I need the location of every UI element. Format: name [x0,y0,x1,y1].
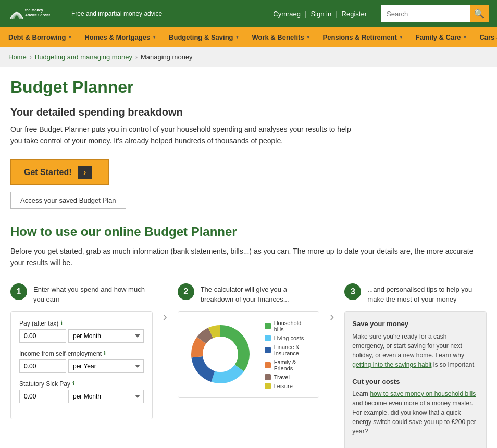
main-content: Budget Planner Your detailed spending br… [0,67,497,448]
form-label-self-employment: Income from self-employment ℹ [19,350,144,357]
nav-cars-travel[interactable]: Cars & Travel ▼ [473,27,497,47]
logo-icon: the Money Advice Service [8,4,50,23]
step-1-header: 1 Enter what you spend and how much you … [10,283,153,305]
step-1-mockup: Pay (after tax) ℹ per Month Income fr [10,311,153,419]
chevron-right-icon: › [78,166,92,179]
get-started-button[interactable]: Get Started! › [10,159,109,185]
tip-1-heading: Save your money [352,319,479,329]
nav-budgeting-saving[interactable]: Budgeting & Saving ▼ [163,27,245,47]
step-3-mockup: Save your money Make sure you're ready f… [344,311,487,448]
step-2-col: 2 The calculator will give you a breakdo… [178,283,320,398]
sign-in-link[interactable]: Sign in [310,10,331,18]
pay-input[interactable] [19,329,66,343]
header-tagline: Free and impartial money advice [63,10,162,17]
cta-buttons: Get Started! › Access your saved Budget … [10,159,487,225]
chevron-down-icon: ▼ [152,35,156,40]
chart-legend: Household bills Living costs Finance & I… [265,320,311,389]
tip-1-text: Make sure you're ready for a cash emerge… [352,332,479,369]
step-1-form: Pay (after tax) ℹ per Month Income fr [11,312,152,419]
step-1-number: 1 [10,283,27,300]
household-bills-link[interactable]: how to save money on household bills [370,390,476,397]
step-3-number: 3 [344,283,361,300]
step-3-description: ...and personalised tips to help you mak… [367,283,487,305]
nav-family-care[interactable]: Family & Care ▼ [409,27,474,47]
nav-homes-mortgages[interactable]: Homes & Mortgages ▼ [78,27,163,47]
breadcrumb-home[interactable]: Home [8,53,27,61]
step-1-description: Enter what you spend and how much you ea… [33,283,153,305]
form-row-self-employment: Income from self-employment ℹ per Year [19,350,144,373]
form-label-pay: Pay (after tax) ℹ [19,320,144,327]
breadcrumb-chevron-1: › [30,54,32,61]
step-2-number: 2 [178,283,194,300]
search-input[interactable] [381,5,470,22]
nav-debt-borrowing[interactable]: Debt & Borrowing ▼ [2,27,78,47]
legend-item-living: Living costs [265,335,311,341]
sep2: | [336,10,337,18]
svg-text:the Money: the Money [25,8,43,13]
section-heading-spending: Your detailed spending breakdown [10,106,487,118]
sick-pay-period-select[interactable]: per Month [68,390,144,403]
arrow-2: › [330,283,334,324]
step-2-chart: Household bills Living costs Finance & I… [178,312,319,397]
chevron-down-icon: ▼ [235,35,240,40]
step-2-mockup: Household bills Living costs Finance & I… [178,311,320,398]
self-employment-period-select[interactable]: per Year [68,359,144,373]
legend-dot-leisure [265,383,271,389]
svg-text:Advice Service: Advice Service [25,13,50,17]
step-2-description: The calculator will give you a breakdown… [201,283,320,305]
legend-item-finance: Finance & Insurance [265,344,311,356]
cymraeg-link[interactable]: Cymraeg [273,10,301,18]
step-3-header: 3 ...and personalised tips to help you m… [344,283,487,305]
info-icon-3[interactable]: ℹ [72,380,74,387]
legend-item-leisure: Leisure [265,383,311,389]
pay-period-select[interactable]: per Month [68,329,144,343]
how-to-text: Before you get started, grab as much inf… [10,245,479,269]
header-links: Cymraeg | Sign in | Register [273,10,367,18]
intro-text: Our free Budget Planner puts you in cont… [10,123,354,147]
savings-habit-link[interactable]: getting into the savings habit [352,361,431,368]
legend-dot-living [265,335,271,341]
step-3-tips: Save your money Make sure you're ready f… [345,312,486,448]
form-label-sick-pay: Statutory Sick Pay ℹ [19,380,144,388]
nav-pensions-retirement[interactable]: Pensions & Retirement ▼ [317,27,409,47]
chevron-down-icon: ▼ [68,35,72,40]
info-icon[interactable]: ℹ [60,320,63,327]
arrow-1: › [163,283,167,324]
form-row-sick-pay: Statutory Sick Pay ℹ per Month [19,380,144,403]
breadcrumb: Home › Budgeting and managing money › Ma… [0,47,497,67]
main-nav: Debt & Borrowing ▼ Homes & Mortgages ▼ B… [0,27,497,47]
tip-2-text: Learn how to save money on household bil… [352,389,479,436]
chevron-down-icon: ▼ [399,35,403,40]
form-row-pay: Pay (after tax) ℹ per Month [19,320,144,343]
register-link[interactable]: Register [342,10,367,18]
form-input-row-pay: per Month [19,329,144,343]
info-icon-2[interactable]: ℹ [104,350,106,357]
step-2-header: 2 The calculator will give you a breakdo… [178,283,320,305]
step-1-col: 1 Enter what you spend and how much you … [10,283,153,419]
tip-2-heading: Cut your costs [352,377,479,387]
legend-dot-finance [265,347,271,353]
how-to-heading: How to use our online Budget Planner [10,225,487,239]
chevron-down-icon: ▼ [306,35,310,40]
breadcrumb-current: Managing money [141,53,193,61]
legend-dot-household [265,323,271,329]
breadcrumb-parent[interactable]: Budgeting and managing money [35,53,132,61]
search-bar: 🔍 [381,5,489,22]
saved-plan-button[interactable]: Access your saved Budget Plan [10,192,126,209]
breadcrumb-chevron-2: › [135,54,138,61]
step-3-col: 3 ...and personalised tips to help you m… [344,283,487,448]
nav-work-benefits[interactable]: Work & Benefits ▼ [245,27,316,47]
legend-item-family: Family & Friends [265,359,311,371]
steps-row: 1 Enter what you spend and how much you … [10,283,487,448]
svg-point-9 [203,337,238,372]
legend-item-travel: Travel [265,374,311,380]
logo-area[interactable]: the Money Advice Service [8,4,50,23]
sick-pay-input[interactable] [19,390,66,403]
legend-item-household: Household bills [265,320,311,332]
legend-dot-travel [265,374,271,380]
search-button[interactable]: 🔍 [470,5,489,22]
chevron-down-icon: ▼ [463,35,467,40]
self-employment-input[interactable] [19,359,66,373]
form-input-row-self-employment: per Year [19,359,144,373]
legend-dot-family [265,362,271,368]
